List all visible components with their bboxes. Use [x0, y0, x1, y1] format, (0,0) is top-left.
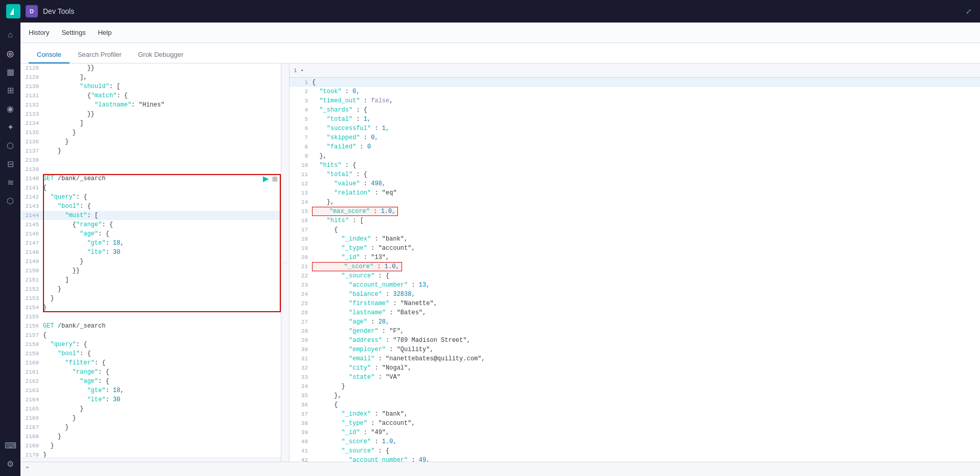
line-number: 2142 — [20, 192, 43, 202]
response-line-number: 1 — [289, 78, 312, 87]
response-line-content: "lastname" : "Bates", — [312, 308, 980, 317]
kibana-logo — [6, 4, 20, 18]
editor-line: 2136 } — [20, 137, 281, 146]
response-line: 8 "failed" : 0 — [289, 142, 980, 152]
dashboard-icon[interactable]: ⊞ — [2, 82, 18, 98]
response-line-content: "_shards" : { — [312, 105, 980, 115]
response-line: 11 "total" : { — [289, 170, 980, 179]
editor-line: 2128 }} — [20, 63, 281, 73]
ml-icon[interactable]: ✦ — [2, 119, 18, 135]
graph-icon[interactable]: ⬡ — [2, 137, 18, 154]
line-content: } — [43, 432, 281, 441]
editor-line: 2150 }} — [20, 266, 281, 275]
editor-line: 2158 "query": { — [20, 340, 281, 349]
response-line-number: 33 — [289, 373, 312, 382]
top-bar: D Dev Tools ⤢ — [0, 0, 980, 23]
response-line-content: "firstname" : "Nanette", — [312, 299, 980, 308]
response-line: 39 "_id" : "49", — [289, 428, 980, 437]
response-line-content: "relation" : "eq" — [312, 188, 980, 198]
line-content: "lte": 30 — [43, 248, 281, 257]
dev-tools-icon[interactable]: ⌨ — [2, 437, 18, 453]
response-line-content: "successful" : 1, — [312, 124, 980, 133]
nav-help[interactable]: Help — [98, 29, 112, 36]
editor-line: 2169 } — [20, 441, 281, 450]
editor-line: 2135 } — [20, 128, 281, 137]
response-line: 22 "_source" : { — [289, 271, 980, 280]
line-number: 2144 — [20, 211, 43, 220]
nav-history[interactable]: History — [29, 29, 49, 36]
response-line-number: 40 — [289, 437, 312, 446]
line-number: 2149 — [20, 257, 43, 266]
response-line: 3 "timed_out" : false, — [289, 96, 980, 105]
line-number: 2145 — [20, 220, 43, 229]
response-content[interactable]: 1 { 2 "took" : 0, 3 "timed_out" : false,… — [289, 78, 980, 462]
response-line-number: 29 — [289, 336, 312, 345]
line-number: 2134 — [20, 119, 43, 128]
line-number: 2170 — [20, 450, 43, 458]
response-line-content: "took" : 0, — [312, 87, 980, 96]
tab-search-profiler[interactable]: Search Profiler — [70, 47, 130, 63]
maps-icon[interactable]: ◉ — [2, 100, 18, 117]
response-line-content: }, — [312, 198, 980, 207]
editor-line: 2165 } — [20, 404, 281, 414]
line-content: "bool": { — [43, 202, 281, 211]
editor-line: 2138 — [20, 156, 281, 165]
response-line: 32 "city" : "Nogal", — [289, 363, 980, 373]
line-content: {"range": { — [43, 220, 281, 229]
response-line-number: 6 — [289, 124, 312, 133]
response-line-number: 27 — [289, 317, 312, 327]
response-line: 9 }, — [289, 152, 980, 161]
tab-grok-debugger[interactable]: Grok Debugger — [130, 47, 192, 63]
stack-icon[interactable]: ⊟ — [2, 156, 18, 172]
editor-line: 2164 "lte": 30 — [20, 395, 281, 404]
line-content: {"match": { — [43, 91, 281, 100]
line-content: } — [43, 441, 281, 450]
home-icon[interactable]: ⌂ — [2, 27, 18, 43]
run-button[interactable]: ▶ — [262, 174, 270, 183]
line-number: 2168 — [20, 432, 43, 441]
response-line: 26 "lastname" : "Bates", — [289, 308, 980, 317]
response-line: 6 "successful" : 1, — [289, 124, 980, 133]
nav-settings[interactable]: Settings — [61, 29, 85, 36]
line-content: "filter": { — [43, 358, 281, 367]
line-content: "lte": 30 — [43, 395, 281, 404]
response-line-content: "account_number" : 49, — [312, 456, 980, 462]
line-number: 2147 — [20, 239, 43, 248]
siem-icon[interactable]: ⬡ — [2, 192, 18, 209]
editor-line: 2129 ], — [20, 73, 281, 82]
editor-content[interactable]: 2128 }} 2129 ], 2130 "should": [ 2131 {"… — [20, 63, 281, 458]
response-line-content: "value" : 498, — [312, 179, 980, 188]
line-number: 2130 — [20, 82, 43, 91]
editor-line: 2167 } — [20, 423, 281, 432]
editor-panel: 2128 }} 2129 ], 2130 "should": [ 2131 {"… — [20, 63, 281, 462]
apm-icon[interactable]: ≋ — [2, 174, 18, 190]
response-line-content: "age" : 28, — [312, 317, 980, 327]
line-content: } — [43, 414, 281, 423]
response-line-number: 23 — [289, 280, 312, 290]
line-content: "must": [ — [43, 211, 281, 220]
response-line: 10 "hits" : { — [289, 161, 980, 170]
response-line: 36 { — [289, 400, 980, 409]
collapse-button[interactable]: ⌃ — [25, 465, 30, 473]
response-line-number: 11 — [289, 170, 312, 179]
line-number: 2155 — [20, 312, 43, 321]
editor-line: 2137 } — [20, 146, 281, 156]
response-line-number: 37 — [289, 409, 312, 419]
response-line: 23 "account_number" : 13, — [289, 280, 980, 290]
response-line-number: 2 — [289, 87, 312, 96]
app-avatar: D — [26, 5, 38, 17]
tab-console[interactable]: Console — [29, 47, 70, 63]
editor-line: 2168 } — [20, 432, 281, 441]
response-line: 25 "firstname" : "Nanette", — [289, 299, 980, 308]
response-line-number: 16 — [289, 216, 312, 225]
query-tools-button[interactable]: ⊞ — [271, 175, 279, 183]
line-content: ] — [43, 275, 281, 285]
response-line: 41 "_source" : { — [289, 446, 980, 456]
fullscreen-icon[interactable]: ⤢ — [964, 6, 974, 16]
response-line-number: 39 — [289, 428, 312, 437]
editor-line: 2166 } — [20, 414, 281, 423]
visualize-icon[interactable]: ▦ — [2, 63, 18, 80]
management-icon[interactable]: ⚙ — [2, 456, 18, 472]
response-line-content: "address" : "789 Madison Street", — [312, 336, 980, 345]
discover-icon[interactable]: ◎ — [2, 45, 18, 61]
